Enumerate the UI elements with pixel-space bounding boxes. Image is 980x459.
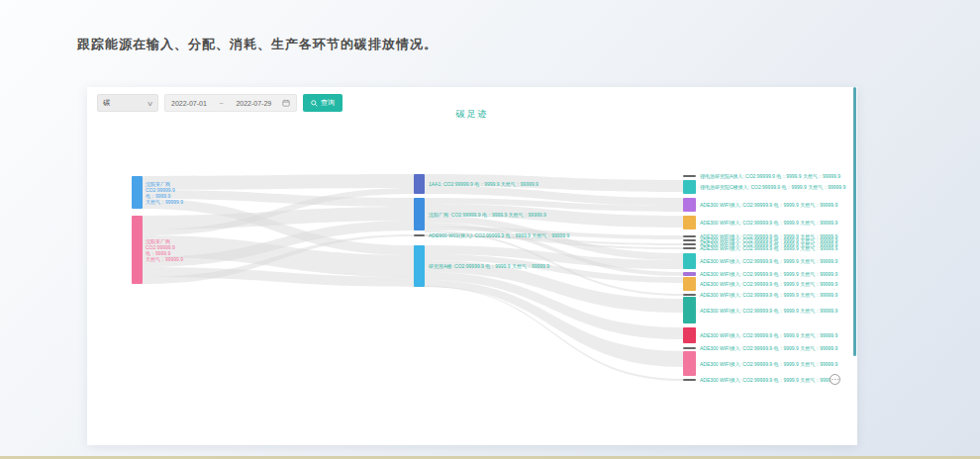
sankey-node-label-right-9: ADE300 WIFI接入: CO2:99999.9 电：9999.9 天然气：… [700,271,837,277]
sankey-node-right-5[interactable] [683,239,696,241]
sankey-node-label-mid-3: 研究用A楼: CO2:99999.9 电：9999.9 天然气：99999.9 [429,263,549,269]
sankey-node-right-2[interactable] [683,198,696,212]
sankey-node-label-mid-2: ADE900 W01(接入): CO2:99999.9 电：9999.9 天然气… [429,232,569,238]
sankey-node-right-11[interactable] [683,294,696,296]
sankey-node-label-right-10: ADE300 WIFI接入: CO2:99999.9 电：9999.9 天然气：… [700,281,837,287]
sankey-node-label-right-0: 锂电池研究院A接入: CO2:99999.9 电：9999.9 天然气：9999… [700,173,840,179]
sankey-node-mid-2[interactable] [414,234,425,236]
sankey-node-right-7[interactable] [683,247,696,249]
sankey-node-label-right-8: ADE300 WIFI接入: CO2:99999.9 电：9999.9 天然气：… [700,258,837,264]
scroll-indicator[interactable] [853,87,856,356]
sankey-node-label-right-2: ADE300 WIFI接入: CO2:99999.9 电：9999.9 天然气：… [700,202,837,208]
sankey-node-label-left-0: 沈阳某厂商CO2:99999.9电：9999.9天然气：99999.9 [146,181,183,205]
sankey-node-right-9[interactable] [683,272,696,276]
more-button[interactable]: ⋯ [830,374,840,385]
sankey-node-label-left-1: 沈阳某厂商CO2:99999.9电：9999.9天然气：99999.9 [146,238,183,262]
page-description: 跟踪能源在输入、分配、消耗、生产各环节的碳排放情况。 [77,36,438,53]
sankey-node-right-10[interactable] [683,277,696,291]
sankey-node-mid-0[interactable] [414,174,425,194]
dashboard-card: 碳 ∨ 2022-07-01 ~ 2022-07-29 查询 碳足迹 [87,87,857,445]
sankey-node-right-14[interactable] [683,347,696,349]
sankey-node-label-right-15: ADE300 WIFI接入: CO2:99999.9 电：9999.9 天然气：… [700,361,837,367]
sankey-node-right-8[interactable] [683,253,696,269]
sankey-node-right-4[interactable] [683,235,696,237]
sankey-node-label-right-14: ADE300 WIFI接入: CO2:99999.9 电：9999.9 天然气：… [700,345,837,351]
sankey-chart: 沈阳某厂商CO2:99999.9电：9999.9天然气：99999.9沈阳某厂商… [87,87,857,445]
sankey-node-right-3[interactable] [683,216,696,230]
sankey-node-right-13[interactable] [683,327,696,343]
sankey-node-label-right-11: ADE300 WIFI接入: CO2:99999.9 电：9999.9 天然气：… [700,292,837,298]
sankey-node-right-1[interactable] [683,180,696,194]
sankey-node-right-6[interactable] [683,243,696,245]
sankey-node-label-right-13: ADE300 WIFI接入: CO2:99999.9 电：9999.9 天然气：… [700,332,837,338]
sankey-node-right-0[interactable] [683,175,696,177]
sankey-node-right-15[interactable] [683,351,696,376]
sankey-node-label-right-7: ADE300 WIFI接入: CO2:99999.9 电：9999.9 天然气：… [700,245,837,251]
sankey-node-label-right-3: ADE300 WIFI接入: CO2:99999.9 电：9999.9 天然气：… [700,220,837,226]
sankey-node-left-1[interactable] [132,216,143,284]
sankey-node-right-12[interactable] [683,297,696,323]
sankey-node-mid-1[interactable] [414,198,425,230]
sankey-node-mid-3[interactable] [414,245,425,287]
sankey-node-label-mid-1: 沈阳厂商: CO2:99999.9 电：9999.9 天然气：99999.9 [429,212,546,218]
sankey-node-left-0[interactable] [132,176,143,209]
sankey-node-label-mid-0: 1AA1: CO2:99999.9 电：9999.9 天然气：99999.9 [429,181,539,187]
sankey-node-right-16[interactable] [683,379,696,381]
sankey-node-label-right-12: ADE300 WIFI接入: CO2:99999.9 电：9999.9 天然气：… [700,308,837,314]
sankey-link [143,174,414,190]
sankey-node-label-right-16: ADE300 WIFI接入: CO2:99999.9 电：9999.9 天然气：… [700,377,837,383]
sankey-node-label-right-1: 锂电池研究院C楼接入: CO2:99999.9 电：9999.9 天然气：999… [700,184,845,190]
